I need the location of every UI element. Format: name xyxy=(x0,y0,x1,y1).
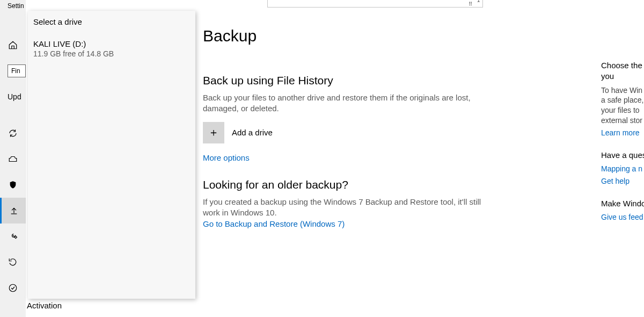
svg-point-0 xyxy=(9,284,17,292)
help-heading-feedback: Make Windo xyxy=(601,198,644,209)
update-label: Upd xyxy=(8,92,21,101)
file-history-heading: Back up using File History xyxy=(203,74,579,87)
backup-restore-link[interactable]: Go to Backup and Restore (Windows 7) xyxy=(203,219,345,228)
settings-sidebar: Settin Fin Upd xyxy=(0,0,26,317)
help-heading-choose: Choose the you xyxy=(601,60,644,82)
get-help-link[interactable]: Get help xyxy=(601,176,644,186)
drive-option[interactable]: KALI LIVE (D:) 11.9 GB free of 14.8 GB xyxy=(33,39,190,58)
older-backup-desc: If you created a backup using the Window… xyxy=(203,197,498,219)
troubleshoot-icon[interactable] xyxy=(0,224,26,249)
add-drive-button[interactable]: ＋ xyxy=(203,122,224,143)
help-heading-question: Have a ques xyxy=(601,150,644,161)
more-options-link[interactable]: More options xyxy=(203,153,250,162)
activation-icon[interactable] xyxy=(0,275,26,301)
main-content: Backup Back up using File History Back u… xyxy=(203,0,579,228)
backup-icon[interactable] xyxy=(0,198,26,224)
add-drive-label: Add a drive xyxy=(232,128,273,137)
plus-icon: ＋ xyxy=(208,125,219,140)
select-drive-flyout: Select a drive KALI LIVE (D:) 11.9 GB fr… xyxy=(28,11,195,299)
activation-label[interactable]: Activation xyxy=(27,301,62,310)
security-icon[interactable] xyxy=(0,172,26,198)
drive-name: KALI LIVE (D:) xyxy=(33,39,190,48)
help-body: To have Win a safe place, your files to … xyxy=(601,85,644,126)
older-backup-heading: Looking for an older backup? xyxy=(203,178,579,191)
add-drive-row: ＋ Add a drive xyxy=(203,122,579,143)
mapping-link[interactable]: Mapping a n xyxy=(601,164,644,174)
app-title: Settin xyxy=(8,2,24,10)
learn-more-link[interactable]: Learn more xyxy=(601,128,644,138)
recovery-icon[interactable] xyxy=(0,249,26,275)
home-icon[interactable] xyxy=(0,32,26,58)
help-column: Choose the you To have Win a safe place,… xyxy=(601,60,644,234)
feedback-link[interactable]: Give us feed xyxy=(601,212,644,222)
flyout-title: Select a drive xyxy=(33,17,190,26)
sync-icon[interactable] xyxy=(0,120,26,146)
file-history-desc: Back up your files to another drive and … xyxy=(203,92,498,114)
page-title: Backup xyxy=(203,27,579,45)
delivery-optimization-icon[interactable] xyxy=(0,146,26,172)
drive-free-space: 11.9 GB free of 14.8 GB xyxy=(33,49,190,58)
find-setting-input[interactable]: Fin xyxy=(8,64,26,77)
